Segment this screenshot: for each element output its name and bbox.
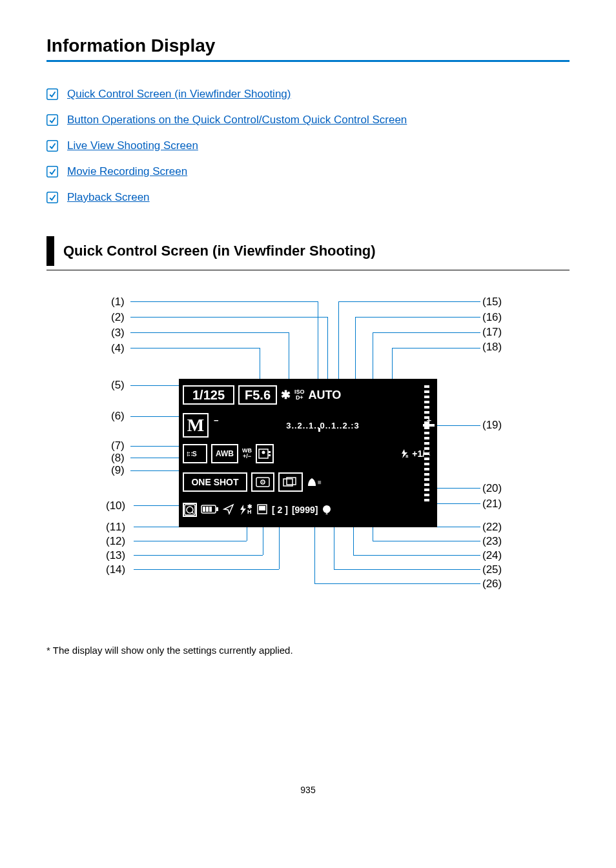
link-icon [46,140,58,152]
screen-row-4: ONE SHOT ≡ [179,468,437,496]
toc-item: Playback Screen [46,191,570,204]
callout-5: (5) [111,379,125,392]
callout-20: (20) [482,482,502,495]
toc-item: Movie Recording Screen [46,165,570,178]
toc-item: Live View Shooting Screen [46,139,570,152]
svg-rect-23 [206,507,209,512]
link-icon [46,114,58,126]
shooting-mode: M [183,413,209,438]
toc-link-quick-control[interactable]: Quick Control Screen (in Viewfinder Shoo… [67,88,291,101]
svg-rect-10 [269,454,271,456]
leader-line [338,301,480,302]
q-button-icon [183,503,197,517]
leader-line [130,446,185,447]
svg-rect-3 [47,167,58,177]
drive-mode-icon [278,472,303,492]
leader-line [392,348,480,348]
picture-style-icon: ⁝∷S [183,444,207,463]
callout-3: (3) [111,327,125,339]
link-icon [46,88,58,100]
callout-19: (19) [482,419,502,432]
leader-line [338,301,339,384]
toc-link-live-view[interactable]: Live View Shooting Screen [67,139,198,152]
callout-22: (22) [482,521,502,534]
leader-line [130,348,260,348]
callout-25: (25) [482,563,502,576]
section-title: Quick Control Screen (in Viewfinder Shoo… [63,236,376,266]
leader-line [130,332,289,333]
leader-line [134,505,185,506]
callout-8: (8) [111,452,125,465]
toc-item: Quick Control Screen (in Viewfinder Shoo… [46,88,570,101]
leader-line [314,583,480,584]
footnote: * The display will show only the setting… [46,645,570,656]
leader-line [431,425,480,426]
svg-rect-1 [47,115,58,126]
gps-icon [223,503,234,517]
callout-2: (2) [111,311,125,324]
svg-text:±: ± [406,453,409,459]
callout-11: (11) [106,521,125,534]
aperture: F5.6 [238,385,277,405]
svg-line-19 [192,512,194,514]
leader-line [353,555,480,556]
callout-14: (14) [106,563,125,576]
burst-count: [ 2 ] [272,505,288,515]
leader-line [134,541,247,541]
d-plus-label: D+ [294,395,305,401]
leader-line [355,317,356,385]
white-balance: AWB [211,444,238,463]
callout-24: (24) [482,549,502,562]
toc-link-playback[interactable]: Playback Screen [67,191,150,204]
wb-shift-icon: WB +/− [242,448,252,459]
callout-12: (12) [106,535,125,548]
svg-rect-22 [203,507,205,512]
toc-link-button-ops[interactable]: Button Operations on the Quick Control/C… [67,114,407,126]
svg-rect-4 [47,192,58,203]
leader-line [318,301,318,384]
card-icon [256,503,268,517]
svg-rect-24 [209,507,212,512]
link-icon [46,166,58,177]
leader-line [130,317,327,318]
shots-remaining: [9999] [292,505,318,515]
iso-auto: AUTO [309,389,342,402]
af-operation: ONE SHOT [183,472,247,492]
auto-lighting-icon [256,444,274,463]
callout-16: (16) [482,311,502,324]
svg-point-14 [262,481,263,483]
exposure-scale-text: 3..2..1..0..1..2.:3 [286,421,360,430]
toc-link-movie[interactable]: Movie Recording Screen [67,165,187,178]
toc-item: Button Operations on the Quick Control/C… [46,114,570,126]
camera-screen: 1/125 F5.6 ✱ ISO D+ AUTO M − 3..2..1..0.… [179,379,437,527]
battery-icon [201,505,219,516]
screen-row-3: ⁝∷S AWB WB +/− ± +1/3 [179,439,437,468]
image-quality-icon: ≡ [307,477,322,487]
svg-text:⁝∷S: ⁝∷S [187,450,197,458]
callout-13: (13) [106,549,125,562]
callout-21: (21) [482,498,502,510]
diagram: (1) (2) (3) (4) (5) (6) (7) (8) (9) (10)… [76,290,540,632]
toc-list: Quick Control Screen (in Viewfinder Shoo… [46,88,570,204]
leader-line [134,569,279,570]
svg-point-27 [323,505,331,513]
section-header: Quick Control Screen (in Viewfinder Shoo… [46,236,570,266]
wb-pm-label: +/− [242,454,252,459]
page-title: Information Display [46,35,570,56]
vertical-scale [424,385,429,501]
leader-line [134,555,263,556]
svg-rect-9 [269,451,271,453]
svg-point-8 [262,451,265,454]
page-number: 935 [46,785,570,795]
svg-rect-26 [259,506,265,510]
shutter-speed: 1/125 [183,385,234,405]
leader-line [355,317,480,318]
flash-ready-icon: ✱H [238,504,252,516]
callout-10: (10) [106,500,125,512]
leader-line [373,332,480,333]
svg-rect-21 [216,507,218,511]
leader-line [373,332,373,385]
callout-18: (18) [482,341,502,354]
callout-17: (17) [482,326,502,339]
leader-line [373,541,480,541]
